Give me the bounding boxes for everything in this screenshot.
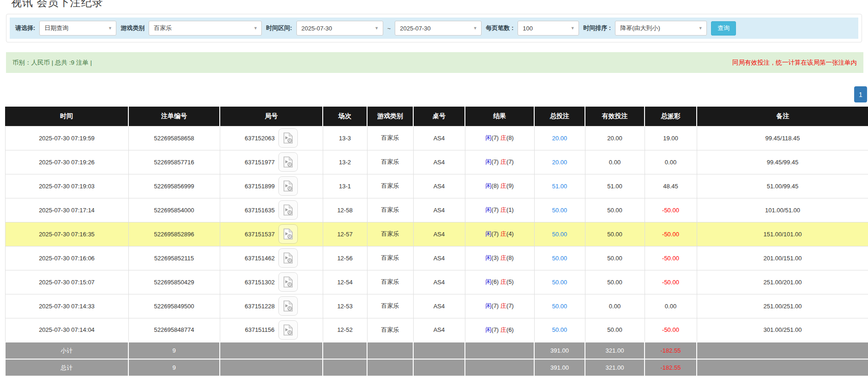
video-replay-button[interactable] xyxy=(278,320,298,340)
date-from-input[interactable]: 2025-07-30 ▼ xyxy=(296,21,383,36)
payout-cell: 0.00 xyxy=(645,294,697,318)
column-header-11: 备注 xyxy=(697,107,868,126)
video-replay-button[interactable] xyxy=(278,272,298,292)
total-bet-link[interactable]: 20.00 xyxy=(552,159,567,166)
pagination-page-1[interactable]: 1 xyxy=(854,86,867,102)
video-replay-button[interactable] xyxy=(278,200,298,220)
round-cell: 637152063 xyxy=(220,126,323,150)
remark-cell: 99.45/118.45 xyxy=(697,126,868,150)
result-cell: 闲(8) 庄(9) xyxy=(465,174,534,198)
time-cell: 2025-07-30 07:19:26 xyxy=(5,150,128,174)
round-id: 637151302 xyxy=(245,279,275,286)
banker-score: (6) xyxy=(506,326,514,333)
sort-order-select[interactable]: 降幂(由大到小) ▼ xyxy=(615,21,707,36)
result-cell: 闲(7) 庄(8) xyxy=(465,126,534,150)
summary-empty-cell xyxy=(413,342,465,359)
filter-panel: 请选择: 日期查询 ▼ 游戏类别 百家乐 ▼ 时间区间: 2025-07-30 … xyxy=(6,14,862,42)
total-bet-cell: 50.00 xyxy=(534,222,585,246)
query-type-select[interactable]: 日期查询 ▼ xyxy=(39,21,116,36)
game-type-cell: 百家乐 xyxy=(367,150,413,174)
player-result: 闲 xyxy=(485,278,491,285)
page-size-select[interactable]: 100 ▼ xyxy=(518,21,579,36)
chevron-down-icon: ▼ xyxy=(469,26,481,30)
video-replay-button[interactable] xyxy=(278,152,298,172)
banker-result: 庄 xyxy=(500,230,506,237)
chevron-down-icon: ▼ xyxy=(249,26,261,30)
round-cell-inner: 637151228 xyxy=(220,296,323,316)
payout-cell: 48.45 xyxy=(645,174,697,198)
total-bet-link[interactable]: 20.00 xyxy=(552,135,567,142)
player-result: 闲 xyxy=(485,230,491,237)
total-bet-link[interactable]: 50.00 xyxy=(552,279,567,286)
column-header-3: 局号 xyxy=(220,107,323,126)
valid-bet-cell: 50.00 xyxy=(585,270,645,294)
date-from-value: 2025-07-30 xyxy=(297,25,371,32)
bet-id-cell: 522695848774 xyxy=(128,318,220,342)
payout-cell: -50.00 xyxy=(645,222,697,246)
game-type-value: 百家乐 xyxy=(149,24,249,32)
round-id: 637151156 xyxy=(245,326,274,333)
total-bet-cell: 20.00 xyxy=(534,126,585,150)
summary-empty-cell xyxy=(367,359,413,376)
game-type-cell: 百家乐 xyxy=(367,222,413,246)
time-cell: 2025-07-30 07:17:14 xyxy=(5,198,128,222)
table-no-cell: AS4 xyxy=(413,126,465,150)
result-cell: 闲(7) 庄(6) xyxy=(465,318,534,342)
time-cell: 2025-07-30 07:15:07 xyxy=(5,270,128,294)
player-score: (7) xyxy=(491,158,499,165)
summary-count-cell: 9 xyxy=(128,359,220,376)
total-bet-link[interactable]: 51.00 xyxy=(552,183,567,190)
round-cell: 637151228 xyxy=(220,294,323,318)
date-to-input[interactable]: 2025-07-30 ▼ xyxy=(395,21,482,36)
session-cell: 13-3 xyxy=(323,126,367,150)
column-header-9: 有效投注 xyxy=(585,107,645,126)
total-bet-link[interactable]: 50.00 xyxy=(552,255,567,262)
video-replay-button[interactable] xyxy=(278,176,298,196)
bet-records-table: 时间注单编号局号场次游戏类别桌号结果总投注有效投注总派彩备注2025-07-30… xyxy=(5,107,868,377)
total-bet-link[interactable]: 50.00 xyxy=(552,303,567,310)
round-cell: 637151899 xyxy=(220,174,323,198)
video-replay-button[interactable] xyxy=(278,128,298,148)
grand-total-row: 总计9391.00321.00-182.55 xyxy=(5,359,868,376)
video-replay-button[interactable] xyxy=(278,296,298,316)
column-header-6: 桌号 xyxy=(413,107,465,126)
sort-order-label: 时间排序 : xyxy=(583,24,611,32)
summary-empty-cell xyxy=(465,342,534,359)
result-cell: 闲(7) 庄(7) xyxy=(465,150,534,174)
result-cell: 闲(6) 庄(5) xyxy=(465,270,534,294)
player-result: 闲 xyxy=(485,302,491,309)
game-type-select[interactable]: 百家乐 ▼ xyxy=(149,21,262,36)
total-bet-link[interactable]: 50.00 xyxy=(552,231,567,238)
summary-empty-cell xyxy=(413,359,465,376)
player-result: 闲 xyxy=(485,182,491,189)
filter-bar: 请选择: 日期查询 ▼ 游戏类别 百家乐 ▼ 时间区间: 2025-07-30 … xyxy=(10,18,858,39)
video-replay-button[interactable] xyxy=(278,224,298,244)
banker-score: (7) xyxy=(506,158,514,165)
player-result: 闲 xyxy=(485,158,491,165)
round-cell-inner: 637151635 xyxy=(220,200,323,220)
total-bet-cell: 50.00 xyxy=(534,294,585,318)
session-cell: 12-52 xyxy=(323,318,367,342)
table-row: 2025-07-30 07:16:35522695852896637151537… xyxy=(5,222,868,246)
banker-score: (1) xyxy=(506,206,514,213)
video-file-icon xyxy=(283,204,293,216)
search-button[interactable]: 查询 xyxy=(711,21,736,36)
total-bet-link[interactable]: 50.00 xyxy=(552,207,567,214)
banker-result: 庄 xyxy=(500,278,506,285)
table-row: 2025-07-30 07:17:14522695854000637151635… xyxy=(5,198,868,222)
player-result: 闲 xyxy=(485,326,491,333)
time-cell: 2025-07-30 07:14:33 xyxy=(5,294,128,318)
round-cell-inner: 637151302 xyxy=(220,272,323,292)
column-header-1: 时间 xyxy=(5,107,128,126)
bet-id-cell: 522695857716 xyxy=(128,150,220,174)
game-type-cell: 百家乐 xyxy=(367,270,413,294)
video-replay-button[interactable] xyxy=(278,248,298,268)
round-id: 637152063 xyxy=(245,135,275,142)
table-no-cell: AS4 xyxy=(413,318,465,342)
banker-result: 庄 xyxy=(500,134,506,141)
game-type-label: 游戏类别 xyxy=(121,24,145,32)
session-cell: 12-58 xyxy=(323,198,367,222)
total-bet-link[interactable]: 50.00 xyxy=(552,326,567,333)
summary-payout-cell: -182.55 xyxy=(645,342,697,359)
time-cell: 2025-07-30 07:16:06 xyxy=(5,246,128,270)
